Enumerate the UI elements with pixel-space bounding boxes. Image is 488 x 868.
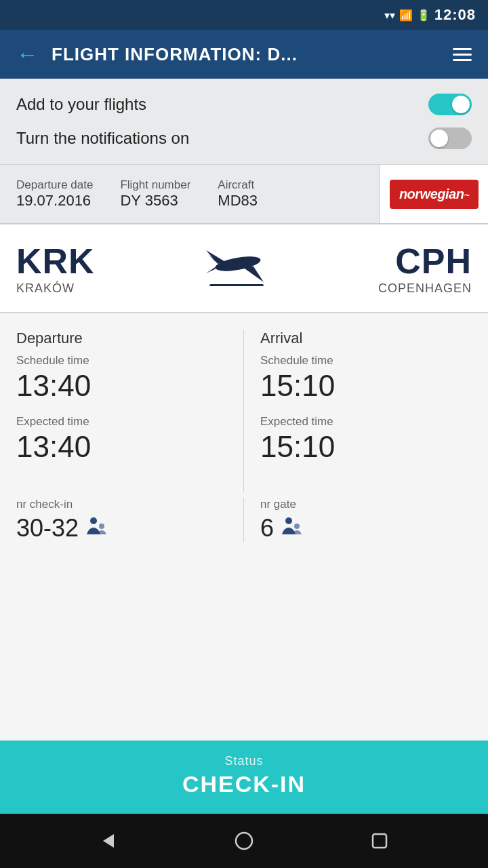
checkin-col: nr check-in 30-32 [16,498,244,542]
notifications-label: Turn the notifications on [16,129,189,148]
gate-value-row: 6 [260,514,472,542]
destination-name: COPENHAGEN [378,281,472,296]
status-bar: ▾▾ 📶 🔋 12:08 [0,0,488,30]
add-flights-row: Add to your flights [16,94,472,115]
notifications-toggle[interactable] [428,127,472,149]
svg-point-11 [236,833,252,849]
destination-airport: CPH COPENHAGEN [378,241,472,296]
status-icons: ▾▾ 📶 🔋 12:08 [384,6,476,24]
origin-airport: KRK KRAKÓW [16,241,95,296]
toggle-section: Add to your flights Turn the notificatio… [0,79,488,165]
flight-info-row: Departure date 19.07.2016 Flight number … [0,165,488,224]
norwegian-logo: norwegian~ [390,180,479,209]
route-section: KRK KRAKÓW CPH COPENHAGEN [0,224,488,313]
flight-details-inner: Departure date 19.07.2016 Flight number … [16,178,363,210]
schedule-section: Departure Schedule time 13:40 Expected t… [0,313,488,741]
svg-marker-10 [103,834,114,848]
arrival-schedule-label: Schedule time [260,354,472,368]
departure-expected-time: 13:40 [16,430,230,464]
flight-number-value: DY 3563 [120,192,190,210]
destination-code: CPH [378,241,472,281]
checkin-value-row: 30-32 [16,514,230,542]
arrival-schedule-col: Arrival Schedule time 15:10 Expected tim… [244,330,472,492]
plane-icon [203,245,270,292]
airline-logo: norwegian~ [380,165,488,223]
gate-value: 6 [260,514,274,542]
aircraft-col: Aircraft MD83 [218,178,258,210]
svg-rect-5 [209,284,264,286]
schedule-grid: Departure Schedule time 13:40 Expected t… [16,330,472,492]
status-label: Status [16,754,472,768]
menu-line-1 [453,48,472,50]
checkin-row: nr check-in 30-32 nr gate 6 [16,498,472,542]
add-flights-label: Add to your flights [16,95,146,114]
status-value: CHECK-IN [16,771,472,797]
gate-label: nr gate [260,498,472,511]
back-button[interactable]: ← [14,41,41,68]
departure-schedule-col: Departure Schedule time 13:40 Expected t… [16,330,244,492]
flight-number-col: Flight number DY 3563 [120,178,190,210]
flight-number-label: Flight number [120,178,190,192]
departure-schedule-label: Schedule time [16,354,230,368]
checkin-value: 30-32 [16,514,79,542]
person-gate-icon [281,515,302,542]
signal-icon: 📶 [399,9,413,22]
svg-marker-1 [240,265,264,282]
svg-point-8 [285,517,292,524]
aircraft-value: MD83 [218,192,258,210]
departure-type: Departure [16,330,230,347]
menu-line-3 [453,59,472,61]
back-nav-button[interactable] [92,824,125,858]
recents-nav-button[interactable] [363,824,396,858]
arrival-type: Arrival [260,330,472,347]
arrival-expected-time: 15:10 [260,430,472,464]
person-checkin-icon [85,515,107,542]
notifications-row: Turn the notifications on [16,127,472,149]
menu-line-2 [453,54,472,56]
status-footer[interactable]: Status CHECK-IN [0,741,488,814]
svg-point-9 [294,524,300,529]
header: ← FLIGHT INFORMATION: D... [0,30,488,79]
origin-name: KRAKÓW [16,281,95,296]
battery-icon: 🔋 [417,9,430,22]
svg-rect-12 [373,834,386,848]
home-nav-button[interactable] [227,824,261,858]
toggle-knob-on [452,96,470,113]
nav-bar [0,814,488,868]
arrival-expected-label: Expected time [260,415,472,429]
aircraft-label: Aircraft [218,178,258,192]
wifi-icon: ▾▾ [384,9,395,22]
departure-expected-label: Expected time [16,415,230,429]
origin-code: KRK [16,241,95,281]
departure-date-col: Departure date 19.07.2016 [16,178,93,210]
checkin-label: nr check-in [16,498,230,511]
departure-date-value: 19.07.2016 [16,192,93,210]
status-time: 12:08 [434,6,476,24]
toggle-knob-off [430,130,448,147]
gate-col: nr gate 6 [244,498,472,542]
add-flights-toggle[interactable] [428,94,472,115]
svg-marker-3 [206,267,216,273]
departure-schedule-time: 13:40 [16,369,230,403]
arrival-schedule-time: 15:10 [260,369,472,403]
menu-button[interactable] [450,45,474,64]
svg-point-7 [99,524,104,529]
svg-point-6 [90,517,97,524]
page-title: FLIGHT INFORMATION: D... [52,44,439,65]
flight-details: Departure date 19.07.2016 Flight number … [0,165,380,223]
departure-date-label: Departure date [16,178,93,192]
